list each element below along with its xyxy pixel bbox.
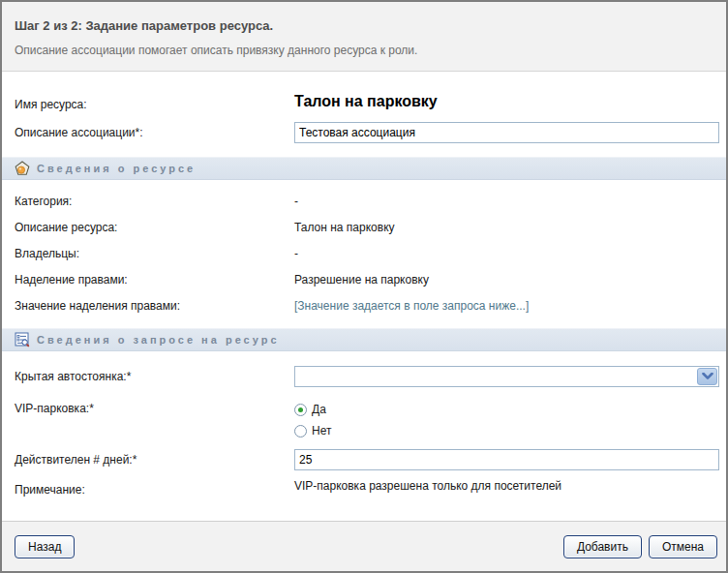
vip-parking-label: VIP-парковка:* (15, 399, 294, 415)
resource-name-row: Имя ресурса: Талон на парковку (2, 93, 726, 111)
resource-details-section-title: Сведения о ресурсе (37, 163, 196, 174)
entitlement-label: Наделение правами: (15, 273, 294, 286)
detail-row-category: Категория: - (2, 188, 726, 214)
page-subtitle: Описание ассоциации помогает описать при… (15, 44, 713, 57)
valid-days-input[interactable] (294, 449, 719, 470)
add-button[interactable]: Добавить (563, 535, 642, 558)
valid-days-row: Действителен # дней:* (2, 449, 726, 470)
vip-parking-option-yes[interactable]: Да (294, 399, 719, 420)
resource-details-list: Категория: - Описание ресурса: Талон на … (2, 180, 726, 320)
resource-name-value: Талон на парковку (294, 93, 438, 109)
covered-parking-label: Крытая автостоянка:* (15, 366, 294, 383)
association-description-input[interactable] (294, 122, 719, 143)
chevron-down-icon[interactable] (697, 368, 717, 385)
resource-description-label: Описание ресурса: (15, 221, 294, 234)
resource-name-label: Имя ресурса: (15, 93, 294, 111)
wizard-dialog: Шаг 2 из 2: Задание параметров ресурса. … (0, 0, 728, 573)
detail-row-entitlement-value: Значение наделения правами: [Значение за… (2, 292, 726, 318)
form-content: Имя ресурса: Талон на парковку Описание … (2, 72, 726, 521)
vip-parking-option-no[interactable]: Нет (294, 420, 719, 441)
detail-row-entitlement: Наделение правами: Разрешение на парковк… (2, 266, 726, 292)
resource-description-value: Талон на парковку (294, 221, 726, 234)
wizard-header: Шаг 2 из 2: Задание параметров ресурса. … (2, 2, 726, 72)
owners-value: - (294, 247, 726, 260)
list-magnifier-icon (15, 332, 30, 347)
footer-bar: Назад Добавить Отмена (2, 521, 726, 571)
association-description-row: Описание ассоциации*: (2, 122, 726, 143)
association-description-label: Описание ассоциации*: (15, 122, 294, 139)
valid-days-label: Действителен # дней:* (15, 449, 294, 467)
request-details-section-bar: Сведения о запросе на ресурс (2, 328, 726, 351)
covered-parking-row: Крытая автостоянка:* (2, 366, 726, 387)
radio-selected-icon[interactable] (294, 404, 307, 416)
detail-row-owners: Владельцы: - (2, 240, 726, 266)
gem-badge-icon (15, 161, 30, 176)
cancel-button[interactable]: Отмена (649, 535, 717, 558)
resource-details-section-bar: Сведения о ресурсе (2, 157, 726, 180)
vip-no-label: Нет (312, 424, 331, 437)
entitlement-value: Разрешение на парковку (294, 273, 726, 286)
entitlement-value-note: [Значение задается в поле запроса ниже..… (294, 299, 726, 313)
note-row: Примечание: VIP-парковка разрешена тольк… (2, 479, 726, 497)
vip-parking-row: VIP-парковка:* Да Нет (2, 399, 726, 441)
radio-unselected-icon[interactable] (294, 425, 307, 437)
detail-row-resource-description: Описание ресурса: Талон на парковку (2, 214, 726, 240)
note-label: Примечание: (15, 479, 294, 497)
note-value: VIP-парковка разрешена только для посети… (294, 479, 726, 493)
request-details-section-title: Сведения о запросе на ресурс (37, 334, 280, 346)
vip-yes-label: Да (312, 403, 326, 416)
entitlement-value-label: Значение наделения правами: (15, 299, 294, 313)
owners-label: Владельцы: (15, 247, 294, 260)
page-title: Шаг 2 из 2: Задание параметров ресурса. (15, 18, 713, 33)
covered-parking-select[interactable] (294, 366, 719, 387)
category-value: - (294, 195, 726, 208)
category-label: Категория: (15, 195, 294, 208)
back-button[interactable]: Назад (15, 535, 75, 558)
